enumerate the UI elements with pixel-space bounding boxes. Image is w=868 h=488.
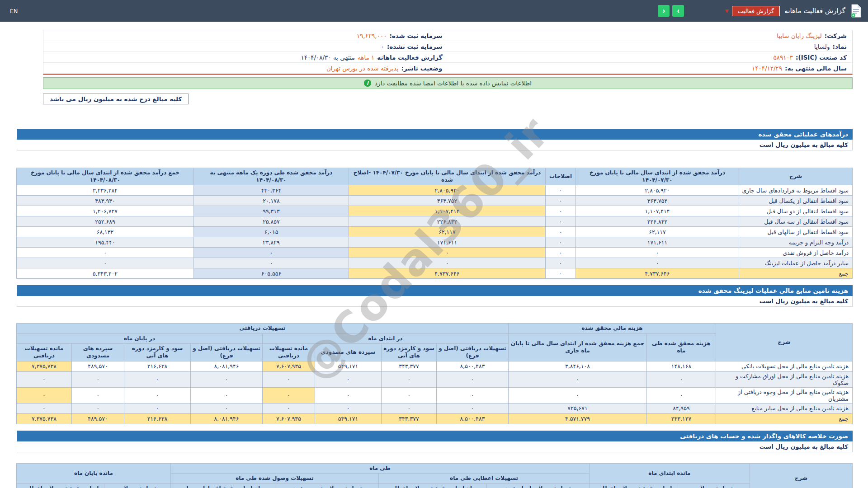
goods-summary-section-header: صورت خلاصه کالاهای واگذار شده و حساب های… (17, 431, 853, 441)
cell: ۶۰۵,۵۵۶ (194, 268, 349, 279)
cell: ۹۹,۳۱۳ (194, 206, 349, 216)
company-info: شرکت: لیزینگ رایان سایپا سرمایه ثبت شده:… (43, 30, 853, 75)
column-header: هزینه محقق شده طی ماه (647, 333, 716, 361)
cell: ۰ (194, 248, 349, 258)
cell: ۰ (16, 403, 71, 413)
column-header: تسهیلات اعطایی طی ماه (379, 474, 590, 484)
report-period-suffix: منتهی به ۱۴۰۴/۰۸/۳۰ (301, 54, 355, 61)
language-toggle[interactable]: EN (6, 8, 21, 14)
cell: ۲۳,۸۲۹ (194, 237, 349, 248)
column-header: شرح (716, 324, 853, 361)
report-period: گزارش فعالیت ماهانه ۱ ماهه منتهی به ۱۴۰۴… (43, 53, 448, 62)
info-icon: i (364, 80, 371, 87)
row-label: هزینه تامین منابع مالی از محل سایر منابع (716, 403, 853, 413)
cell: ۲۱۶,۶۳۸ (124, 413, 191, 424)
table-row: سایر درآمد حاصل از عملیات لیزینگ۰۰۰۰۰ (17, 258, 853, 268)
cell: ۴,۷۳۷,۶۴۶ (349, 268, 546, 279)
column-header: طی ماه (170, 463, 589, 474)
column-header: اصل و فرع تسهیلات اعطایی (16, 483, 104, 488)
cell: ۱,۱۰۷,۴۱۴ (349, 206, 546, 216)
header-row: شرحهزینه مالی محقق شدهتسهیلات دریافتی (16, 324, 852, 334)
report-document-icon[interactable] (850, 4, 862, 18)
cell: ۲۳۳,۱۲۷ (647, 413, 716, 424)
table-row: جمع۲۳۳,۱۲۷۴,۵۷۱,۷۷۹۸,۵۰۰,۴۸۳۳۴۳,۳۷۷۵۴۹,۱… (16, 413, 852, 424)
column-header: مبلغ اصل و فرع اقساط وصولی (170, 483, 276, 488)
registered-capital-value: ۱۹,۶۲۹,۰۰۰ (357, 32, 387, 39)
ticker-symbol-label: نماد: (832, 43, 847, 50)
company-name-label: شرکت: (825, 32, 847, 39)
cell: ۵۴۹,۱۷۱ (315, 413, 382, 424)
cell: ۳۴۳,۳۷۷ (382, 361, 437, 371)
cell: ۵,۳۴۳,۲۰۲ (17, 268, 194, 279)
chevron-right-icon: › (677, 6, 680, 15)
table-row: جمع۴,۷۳۷,۶۴۶۰۴,۷۳۷,۶۴۶۶۰۵,۵۵۶۵,۳۴۳,۲۰۲ (17, 268, 853, 279)
info-row: شرکت: لیزینگ رایان سایپا سرمایه ثبت شده:… (43, 30, 852, 41)
cell: ۲,۸۰۵,۹۲۰ (349, 185, 546, 196)
cell: ۰ (647, 387, 716, 403)
row-label: درآمد وجه التزام و جریمه (739, 237, 853, 248)
cell: ۴,۷۳۷,۶۴۶ (576, 268, 739, 279)
row-label: سود اقساط مربوط به قراردادهای سال جاری (739, 185, 853, 196)
cell: ۰ (315, 371, 382, 387)
report-type-dropdown[interactable]: گزارش فعالیت ▼ (725, 6, 780, 16)
table-row: هزینه تامین منابع مالی از محل وجوه دریاف… (16, 387, 852, 403)
cell: ۳,۲۳۶,۲۸۴ (17, 185, 194, 196)
column-header: مانده تسهیلات دریافتی (263, 344, 315, 361)
column-header: سپرده های مسدودی (72, 344, 124, 361)
cell: ۸,۰۸۱,۹۴۶ (191, 413, 263, 424)
row-label: سود اقساط انتقالی از سه سال قبل (739, 216, 853, 227)
table-row: سود اقساط انتقالی از یکسال قبل۳۶۳,۷۵۲۰۳۶… (17, 196, 853, 206)
isic-code-value: ۵۸۹۱۰۳ (774, 54, 793, 61)
registered-capital-label: سرمایه ثبت شده: (389, 32, 442, 39)
header-row: شرحدرآمد محقق شده از ابتدای سال مالی تا … (17, 168, 853, 185)
column-header: تعداد تسهیلات (678, 483, 750, 488)
cell: ۰ (191, 387, 263, 403)
cell: ۰ (72, 403, 124, 413)
fiscal-year-end: سال مالی منتهی به: ۱۴۰۴/۱۲/۲۹ (448, 64, 853, 73)
amounts-note-wrap: کلیه مبالغ درج شده به میلیون ریال می باش… (43, 94, 853, 104)
issuer-status-label: وضعیت ناشر: (401, 65, 443, 72)
cell: ۸,۰۸۱,۹۴۶ (191, 361, 263, 371)
nav-forward-button[interactable]: › (672, 5, 684, 17)
goods-summary-section: صورت خلاصه کالاهای واگذار شده و حساب های… (17, 431, 853, 488)
revenue-section-note: کلیه مبالغ به میلیون ریال است (17, 140, 853, 150)
revenue-table: شرحدرآمد محقق شده از ابتدای سال مالی تا … (16, 168, 853, 279)
row-label: سایر درآمد حاصل از عملیات لیزینگ (739, 258, 853, 268)
cell: ۰ (191, 371, 263, 387)
cell: ۳۶۳,۷۵۲ (349, 196, 546, 206)
table-row: سود اقساط انتقالی از سالهای قبل۶۲,۱۱۷۰۶۲… (17, 227, 853, 237)
table-row: درآمد وجه التزام و جریمه۱۷۱,۶۱۱۰۱۷۱,۶۱۱۲… (17, 237, 853, 248)
row-label: سود اقساط انتقالی از دو سال قبل (739, 206, 853, 216)
cell: ۰ (72, 387, 124, 403)
goods-summary-table: شرحمانده ابتدای ماهطی ماهمانده پایان ماه… (16, 463, 853, 488)
cell: ۰ (72, 371, 124, 387)
cell: ۲۱۶,۶۳۸ (124, 361, 191, 371)
column-header: شرح (750, 463, 853, 488)
table-row: سود اقساط انتقالی از دو سال قبل۱,۱۰۷,۴۱۴… (17, 206, 853, 216)
finance-cost-section-note: کلیه مبالغ به میلیون ریال است (17, 296, 853, 307)
cell: ۱۹۵,۴۴۰ (17, 237, 194, 248)
cell: ۰ (194, 258, 349, 268)
row-label: هزینه تامین منابع مالی از محل وجوه دریاف… (716, 387, 853, 403)
column-header: تعداد تسهیلات ایجاد شده (487, 483, 590, 488)
table-row: سود اقساط مربوط به قراردادهای سال جاری۲,… (17, 185, 853, 196)
signed-info-banner: اطلاعات نمایش داده شده با اطلاعات امضا ش… (43, 77, 853, 89)
cell: ۸۴,۹۵۹ (647, 403, 716, 413)
cell: ۲,۸۰۵,۹۲۰ (576, 185, 739, 196)
column-header: سود و کارمزد دوره های آتی (124, 344, 191, 361)
nav-back-button[interactable]: ‹ (658, 5, 670, 17)
header-row: تعداد تسهیلاتاصل و فرع تسهیلات اعطاییتعد… (16, 483, 852, 488)
cell: ۰ (546, 206, 576, 216)
cell: ۱۷۱,۶۱۱ (349, 237, 546, 248)
column-header: تسهیلات وصول شده طی ماه (170, 474, 378, 484)
cell: ۰ (546, 185, 576, 196)
goods-summary-section-note: کلیه مبالغ به میلیون ریال است (17, 441, 853, 452)
cell: ۷,۳۷۵,۷۳۸ (16, 361, 71, 371)
column-header: سود و کارمزد دوره های آتی (382, 344, 437, 361)
cell: ۴,۵۷۱,۷۷۹ (509, 413, 647, 424)
report-period-value: ۱ ماهه (358, 54, 374, 61)
cell: ۰ (263, 371, 315, 387)
unregistered-capital-value: ۰ (381, 43, 384, 50)
revenue-section-header: درآمدهای عملیاتی محقق شده (17, 129, 853, 140)
isic-code-label: کد صنعت (ISIC): (796, 54, 847, 61)
